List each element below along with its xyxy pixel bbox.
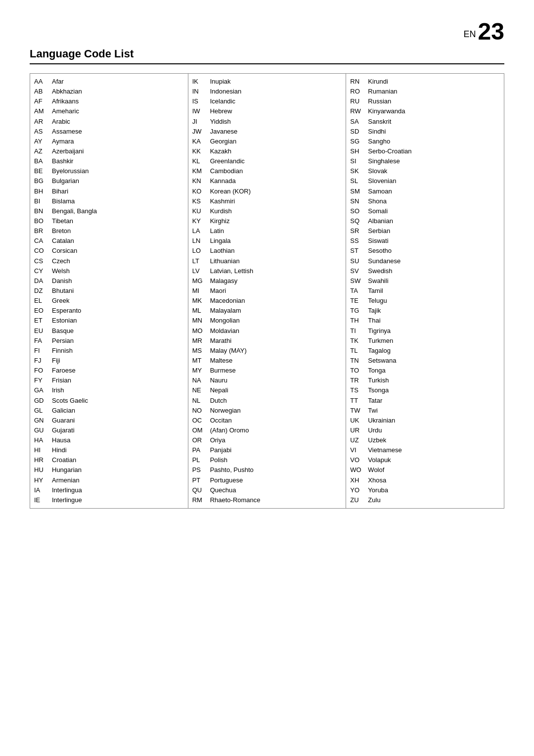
language-name: Armenian bbox=[52, 475, 80, 485]
list-item: ASAssamese bbox=[34, 127, 184, 137]
list-item: UKUkrainian bbox=[350, 416, 500, 425]
language-code: DA bbox=[34, 276, 48, 286]
list-item: JWJavanese bbox=[192, 127, 342, 137]
list-item: TWTwi bbox=[350, 406, 500, 416]
language-name: Rumanian bbox=[368, 87, 397, 96]
language-code: SM bbox=[350, 187, 364, 196]
list-item: TGTajik bbox=[350, 306, 500, 316]
language-code: KU bbox=[192, 206, 206, 216]
language-code: RN bbox=[350, 77, 364, 87]
language-code: IW bbox=[192, 106, 206, 116]
language-name: Quechua bbox=[210, 485, 236, 495]
language-name: Galician bbox=[52, 406, 75, 416]
list-item: BGBulgarian bbox=[34, 176, 184, 186]
list-item: KUKurdish bbox=[192, 206, 342, 216]
language-name: Serbo-Croatian bbox=[368, 146, 411, 156]
list-item: AAAfar bbox=[34, 77, 184, 87]
list-item: MRMarathi bbox=[192, 336, 342, 346]
list-item: UZUzbek bbox=[350, 435, 500, 445]
list-item: SISinghalese bbox=[350, 156, 500, 166]
list-item: SDSindhi bbox=[350, 127, 500, 137]
language-name: Croatian bbox=[52, 455, 76, 465]
language-code: SU bbox=[350, 256, 364, 266]
language-code: TA bbox=[350, 286, 364, 296]
list-item: BRBreton bbox=[34, 226, 184, 236]
list-item: ISIcelandic bbox=[192, 96, 342, 106]
language-code: KO bbox=[192, 187, 206, 196]
language-name: Tagalog bbox=[368, 346, 391, 356]
language-code: MI bbox=[192, 286, 206, 296]
language-name: Malay (MAY) bbox=[210, 346, 247, 356]
language-code: LT bbox=[192, 256, 206, 266]
language-name: Kurdish bbox=[210, 206, 232, 216]
language-code: PA bbox=[192, 445, 206, 455]
list-item: BNBengali, Bangla bbox=[34, 206, 184, 216]
language-name: Ukrainian bbox=[368, 416, 395, 425]
language-name: Kinyarwanda bbox=[368, 106, 405, 116]
language-name: Lithuanian bbox=[210, 256, 240, 266]
language-name: Fiji bbox=[52, 356, 60, 366]
list-item: MKMacedonian bbox=[192, 296, 342, 306]
language-column-0: AAAfarABAbkhazianAFAfrikaansAMAmeharicAR… bbox=[30, 74, 188, 508]
list-item: BABashkir bbox=[34, 156, 184, 166]
language-code: XH bbox=[350, 475, 364, 485]
language-code: AZ bbox=[34, 146, 48, 156]
list-item: NANauru bbox=[192, 376, 342, 385]
list-item: OM(Afan) Oromo bbox=[192, 425, 342, 435]
language-name: Czech bbox=[52, 256, 70, 266]
language-name: Hungarian bbox=[52, 465, 82, 475]
list-item: CSCzech bbox=[34, 256, 184, 266]
language-name: Esperanto bbox=[52, 306, 81, 316]
list-item: LOLaothian bbox=[192, 246, 342, 256]
list-item: HAHausa bbox=[34, 435, 184, 445]
page-header: EN23 bbox=[30, 20, 504, 44]
list-item: RORumanian bbox=[350, 87, 500, 96]
language-name: Swedish bbox=[368, 266, 392, 276]
language-name: Uzbek bbox=[368, 435, 386, 445]
language-code: RW bbox=[350, 106, 364, 116]
list-item: FOFaroese bbox=[34, 366, 184, 376]
language-name: Russian bbox=[368, 96, 391, 106]
language-name: Hindi bbox=[52, 445, 67, 455]
language-name: Occitan bbox=[210, 416, 232, 425]
language-name: Slovak bbox=[368, 166, 387, 176]
language-name: Turkish bbox=[368, 376, 389, 385]
language-code: AY bbox=[34, 137, 48, 146]
language-code: AA bbox=[34, 77, 48, 87]
language-code: UK bbox=[350, 416, 364, 425]
language-name: Rhaeto-Romance bbox=[210, 495, 261, 505]
list-item: TLTagalog bbox=[350, 346, 500, 356]
list-item: SMSamoan bbox=[350, 187, 500, 196]
language-name: Zulu bbox=[368, 495, 380, 505]
language-column-2: RNKirundiRORumanianRURussianRWKinyarwand… bbox=[346, 74, 504, 508]
language-code: OM bbox=[192, 425, 206, 435]
language-code: TS bbox=[350, 385, 364, 395]
list-item: GUGujarati bbox=[34, 425, 184, 435]
language-name: Maltese bbox=[210, 356, 233, 366]
language-code: TR bbox=[350, 376, 364, 385]
language-code: GN bbox=[34, 416, 48, 425]
list-item: SWSwahili bbox=[350, 276, 500, 286]
list-item: RMRhaeto-Romance bbox=[192, 495, 342, 505]
language-name: (Afan) Oromo bbox=[210, 425, 249, 435]
list-item: MIMaori bbox=[192, 286, 342, 296]
language-name: Swahili bbox=[368, 276, 388, 286]
language-name: Persian bbox=[52, 336, 74, 346]
language-name: Byelorussian bbox=[52, 166, 89, 176]
list-item: GDScots Gaelic bbox=[34, 396, 184, 406]
list-item: PAPanjabi bbox=[192, 445, 342, 455]
language-code: TE bbox=[350, 296, 364, 306]
list-item: BIBislama bbox=[34, 196, 184, 206]
list-item: IWHebrew bbox=[192, 106, 342, 116]
language-code: IE bbox=[34, 495, 48, 505]
list-item: SKSlovak bbox=[350, 166, 500, 176]
language-code: SR bbox=[350, 226, 364, 236]
language-code: RM bbox=[192, 495, 206, 505]
list-item: TETelugu bbox=[350, 296, 500, 306]
language-name: Aymara bbox=[52, 137, 74, 146]
language-code: BN bbox=[34, 206, 48, 216]
language-code: TN bbox=[350, 356, 364, 366]
language-code: ML bbox=[192, 306, 206, 316]
list-item: NENepali bbox=[192, 385, 342, 395]
language-code: TK bbox=[350, 336, 364, 346]
